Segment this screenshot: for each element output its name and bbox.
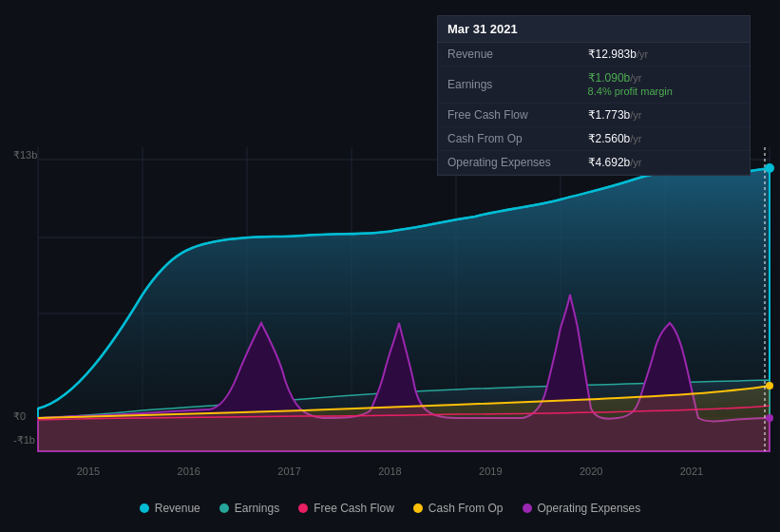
x-label-2020: 2020 xyxy=(580,466,602,477)
tooltip-cashfromop-label: Cash From Op xyxy=(438,127,579,151)
tooltip-table: Revenue ₹12.983b/yr Earnings ₹1.090b/yr … xyxy=(438,43,750,175)
legend-revenue[interactable]: Revenue xyxy=(140,502,200,515)
legend-revenue-label: Revenue xyxy=(155,502,200,515)
x-label-2018: 2018 xyxy=(378,466,401,477)
tooltip-fcf-row: Free Cash Flow ₹1.773b/yr xyxy=(438,104,750,127)
legend-cashfromop-dot xyxy=(413,504,423,513)
tooltip-box: Mar 31 2021 Revenue ₹12.983b/yr Earnings… xyxy=(437,15,751,176)
svg-point-15 xyxy=(765,163,774,173)
legend-earnings-label: Earnings xyxy=(235,502,279,515)
x-label-2015: 2015 xyxy=(77,466,100,477)
legend-cashfromop-label: Cash From Op xyxy=(428,502,504,515)
legend-fcf[interactable]: Free Cash Flow xyxy=(298,502,394,515)
tooltip-revenue-value: ₹12.983b/yr xyxy=(579,43,750,66)
legend-earnings[interactable]: Earnings xyxy=(219,502,279,515)
legend-fcf-dot xyxy=(298,504,308,513)
tooltip-date: Mar 31 2021 xyxy=(438,16,750,43)
legend-revenue-dot xyxy=(140,504,149,513)
legend: Revenue Earnings Free Cash Flow Cash Fro… xyxy=(0,502,780,515)
tooltip-revenue-row: Revenue ₹12.983b/yr xyxy=(438,43,750,66)
legend-cashfromop[interactable]: Cash From Op xyxy=(413,502,504,515)
x-label-2017: 2017 xyxy=(277,466,300,477)
tooltip-cashfromop-row: Cash From Op ₹2.560b/yr xyxy=(438,127,750,151)
tooltip-earnings-row: Earnings ₹1.090b/yr 8.4% profit margin xyxy=(438,66,750,104)
tooltip-opexp-row: Operating Expenses ₹4.692b/yr xyxy=(438,151,750,175)
y-label-zero: ₹0 xyxy=(13,410,26,423)
x-label-2019: 2019 xyxy=(479,466,502,477)
tooltip-fcf-label: Free Cash Flow xyxy=(438,104,579,127)
tooltip-earnings-label: Earnings xyxy=(438,66,579,104)
x-label-2021: 2021 xyxy=(680,466,703,477)
legend-opexp-label: Operating Expenses xyxy=(538,502,641,515)
tooltip-fcf-value: ₹1.773b/yr xyxy=(579,104,750,127)
svg-point-16 xyxy=(766,382,773,390)
legend-fcf-label: Free Cash Flow xyxy=(314,502,394,515)
x-label-2016: 2016 xyxy=(178,466,200,477)
legend-earnings-dot xyxy=(219,504,229,513)
legend-opexp-dot xyxy=(523,504,532,513)
x-labels: 2015 2016 2017 2018 2019 2020 2021 xyxy=(0,466,780,477)
y-label-top: ₹13b xyxy=(13,149,37,162)
tooltip-opexp-value: ₹4.692b/yr xyxy=(579,151,750,175)
tooltip-cashfromop-value: ₹2.560b/yr xyxy=(579,127,750,151)
tooltip-revenue-label: Revenue xyxy=(438,43,579,66)
legend-opexp[interactable]: Operating Expenses xyxy=(523,502,641,515)
tooltip-opexp-label: Operating Expenses xyxy=(438,151,579,175)
tooltip-earnings-value: ₹1.090b/yr 8.4% profit margin xyxy=(579,66,750,104)
y-label-neg: -₹1b xyxy=(13,434,35,446)
svg-point-17 xyxy=(766,414,773,422)
chart-container: ₹13b ₹0 -₹1b 2015 2016 2017 2018 2019 20… xyxy=(0,0,780,532)
